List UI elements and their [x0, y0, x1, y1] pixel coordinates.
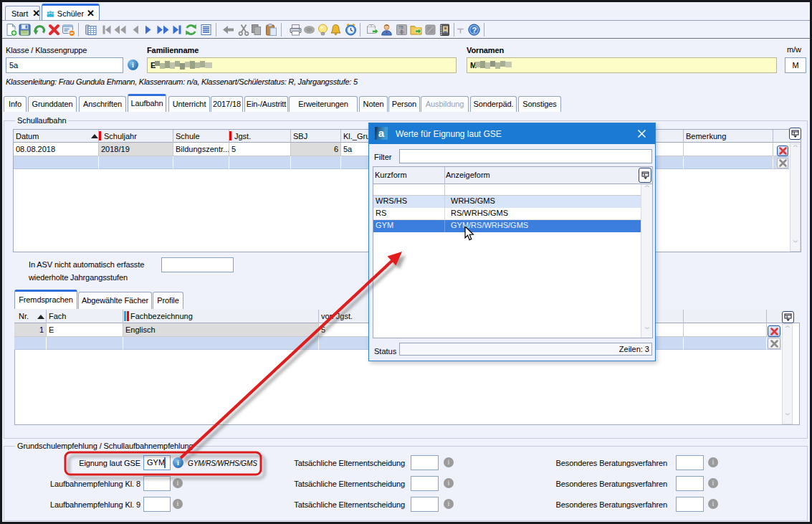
svg-text:TB: TB	[398, 25, 403, 29]
svg-text:?: ?	[472, 26, 477, 34]
